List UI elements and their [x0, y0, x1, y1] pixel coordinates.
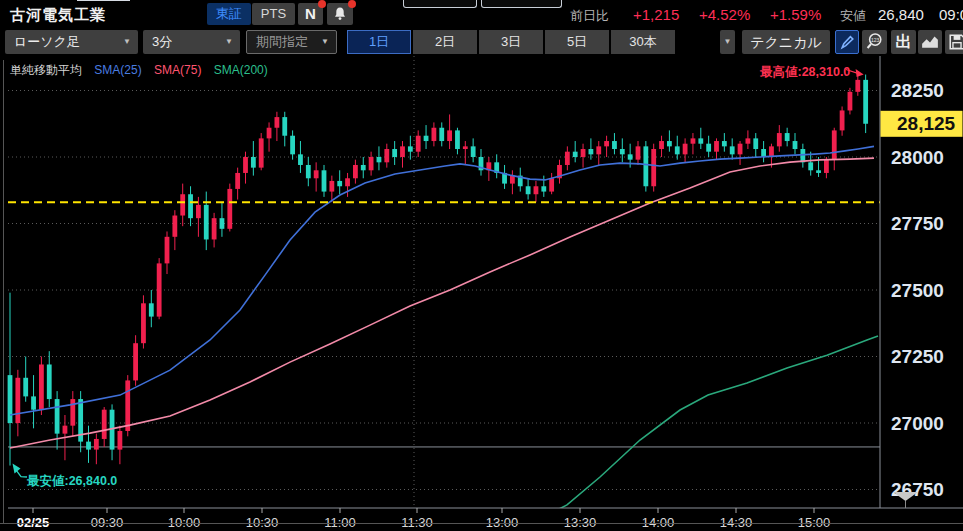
chart-type-value: ローソク足: [14, 34, 80, 49]
period-picker-dropdown[interactable]: 期間指定 ▼: [246, 30, 337, 54]
prev-day-change: +1,215: [633, 6, 679, 23]
news-notification-dot: [318, 0, 326, 8]
svg-text:27250: 27250: [891, 346, 944, 367]
svg-text:28,125: 28,125: [897, 113, 956, 134]
alert-button[interactable]: [327, 3, 353, 25]
legend-sma75: SMA(75): [154, 63, 201, 77]
svg-text:13:30: 13:30: [564, 515, 597, 530]
svg-text:最高値:28,310.0: 最高値:28,310.0: [759, 65, 850, 79]
market-depth-button[interactable]: 出: [891, 30, 916, 54]
svg-text:02/25: 02/25: [17, 515, 50, 530]
range-button-1day[interactable]: 1日: [347, 30, 411, 54]
svg-text:10:00: 10:00: [168, 515, 201, 530]
svg-text:10:30: 10:30: [246, 515, 279, 530]
svg-text:13:00: 13:00: [486, 515, 519, 530]
svg-text:27000: 27000: [891, 413, 944, 434]
legend-title: 単純移動平均: [10, 63, 82, 77]
tab-pts[interactable]: PTS: [252, 3, 295, 25]
svg-text:123: 123: [871, 37, 880, 43]
area-chart-icon: [921, 33, 939, 51]
svg-text:11:30: 11:30: [401, 515, 433, 530]
magnifier-123-icon: 123: [865, 32, 884, 51]
svg-text:15:00: 15:00: [798, 515, 831, 530]
range-button-3day[interactable]: 3日: [479, 30, 543, 54]
cutoff-input-box: [403, 0, 477, 8]
bell-icon: [332, 6, 348, 22]
day-low-value: 26,840: [878, 6, 924, 23]
svg-text:14:30: 14:30: [720, 515, 753, 530]
news-button[interactable]: N: [298, 3, 323, 25]
chevron-down-icon: ▼: [724, 37, 732, 46]
legend-sma200: SMA(200): [214, 63, 268, 77]
pencil-icon: [838, 33, 856, 51]
period-picker-label: 期間指定: [256, 34, 308, 49]
price-search-button[interactable]: 123: [862, 30, 887, 54]
tab-tosho[interactable]: 東証: [207, 3, 251, 25]
draw-tool-button[interactable]: [835, 30, 859, 54]
svg-text:14:00: 14:00: [642, 515, 675, 530]
second-percent: +1.59%: [770, 6, 821, 23]
prev-day-label: 前日比: [570, 7, 609, 25]
chart-legend: 単純移動平均 SMA(25) SMA(75) SMA(200): [10, 62, 277, 79]
legend-sma25: SMA(25): [94, 63, 141, 77]
candlestick-chart[interactable]: 2825028000277502750027250270002675028,12…: [0, 56, 963, 531]
svg-text:27500: 27500: [891, 280, 944, 301]
svg-text:11:00: 11:00: [324, 515, 356, 530]
deru-icon: 出: [896, 33, 912, 50]
svg-text:28000: 28000: [891, 147, 944, 168]
chart-type-dropdown[interactable]: ローソク足 ▼: [5, 30, 138, 54]
chevron-down-icon: ▼: [321, 31, 329, 53]
range-button-5day[interactable]: 5日: [545, 30, 609, 54]
interval-value: 3分: [152, 34, 172, 49]
svg-text:28250: 28250: [891, 80, 944, 101]
chevron-down-icon: ▼: [225, 30, 233, 54]
svg-text:27750: 27750: [891, 213, 944, 234]
stock-title: 古河電気工業: [10, 6, 106, 25]
day-low-time: 09:00: [939, 6, 963, 23]
stock-chart-app: { "header": { "title": "古河電気工業", "tabs":…: [0, 0, 963, 531]
save-button[interactable]: [945, 30, 963, 54]
news-icon: N: [305, 5, 316, 22]
prev-day-percent: +4.52%: [699, 6, 750, 23]
range-button-2day[interactable]: 2日: [413, 30, 477, 54]
range-button-30bars[interactable]: 30本: [611, 30, 675, 54]
cutoff-input-box: [481, 0, 562, 8]
window-chrome-fragment: [77, 0, 130, 1]
svg-text:09:30: 09:30: [91, 515, 124, 530]
day-low-label: 安値: [840, 7, 866, 25]
interval-dropdown[interactable]: 3分 ▼: [143, 30, 240, 54]
range-more-dropdown[interactable]: ▼: [720, 30, 735, 54]
svg-text:26750: 26750: [891, 479, 944, 500]
technical-button[interactable]: テクニカル: [742, 30, 830, 54]
area-chart-button[interactable]: [918, 30, 942, 54]
svg-text:最安値:26,840.0: 最安値:26,840.0: [26, 474, 117, 488]
chevron-down-icon: ▼: [123, 30, 131, 54]
alert-notification-dot: [348, 0, 356, 8]
floppy-save-icon: [948, 33, 963, 51]
range-button-group: 1日 2日 3日 5日 30本: [347, 30, 675, 54]
